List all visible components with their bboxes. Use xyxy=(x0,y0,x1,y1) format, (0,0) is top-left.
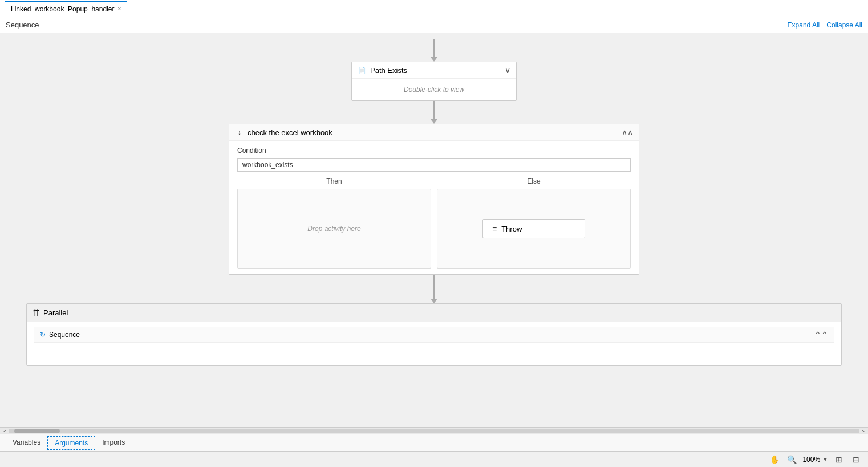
connector-arrow-3 xyxy=(431,299,437,303)
sequence-inner-header-left: ↻ Sequence xyxy=(40,331,80,339)
search-button[interactable]: 🔍 xyxy=(785,453,798,466)
sequence-inner: ↻ Sequence ⌃⌃ xyxy=(34,327,834,360)
condition-input[interactable] xyxy=(237,158,631,172)
expand-all-button[interactable]: Expand All xyxy=(788,21,820,29)
condition-label: Condition xyxy=(237,147,631,155)
imports-tab[interactable]: Imports xyxy=(95,436,132,450)
path-exists-collapse-button[interactable]: ∨ xyxy=(505,66,510,75)
flow-container: 📄 Path Exists ∨ Double-click to view xyxy=(3,33,865,377)
path-exists-label: Path Exists xyxy=(370,66,407,75)
hand-tool-button[interactable]: ✋ xyxy=(768,453,781,466)
if-node: ↕ check the excel workbook ∧∧ Condition … xyxy=(229,124,639,275)
drop-placeholder: Drop activity here xyxy=(307,225,360,233)
if-node-icon: ↕ xyxy=(235,128,244,137)
variables-label: Variables xyxy=(13,438,40,446)
zoom-dropdown-icon[interactable]: ▼ xyxy=(822,456,828,462)
else-branch-content[interactable]: ≡ Throw xyxy=(437,189,631,269)
then-branch: Then Drop activity here xyxy=(237,177,431,269)
breadcrumb: Sequence xyxy=(6,21,39,29)
sequence-collapse-button[interactable]: ⌃⌃ xyxy=(814,330,828,339)
path-exists-node[interactable]: 📄 Path Exists ∨ Double-click to view xyxy=(351,62,517,101)
path-exists-icon: 📄 xyxy=(358,66,367,75)
scroll-left-arrow[interactable]: < xyxy=(1,428,9,434)
throw-node[interactable]: ≡ Throw xyxy=(482,219,585,238)
arguments-label: Arguments xyxy=(55,439,88,447)
scroll-thumb[interactable] xyxy=(14,429,60,433)
connector-arrow-2 xyxy=(431,119,437,124)
if-node-body: Condition Then Drop activity here Else xyxy=(229,141,639,274)
else-branch: Else ≡ Throw xyxy=(437,177,631,269)
path-exists-body[interactable]: Double-click to view xyxy=(352,79,516,100)
if-node-label: check the excel workbook xyxy=(248,128,332,137)
horizontal-scrollbar[interactable]: < > xyxy=(0,427,868,434)
throw-icon: ≡ xyxy=(492,224,497,233)
arguments-tab[interactable]: Arguments xyxy=(47,436,95,450)
parallel-header: ⇈ Parallel xyxy=(27,304,841,322)
status-right: ✋ 🔍 100% ▼ ⊞ ⊟ xyxy=(768,453,862,466)
bottom-toolbar: Variables Arguments Imports xyxy=(0,434,868,451)
if-node-header: ↕ check the excel workbook ∧∧ xyxy=(229,124,639,141)
parallel-label: Parallel xyxy=(43,308,68,317)
sequence-inner-label: Sequence xyxy=(49,331,80,339)
variables-tab[interactable]: Variables xyxy=(6,436,47,450)
imports-label: Imports xyxy=(102,438,125,446)
zoom-control: 100% ▼ xyxy=(802,456,828,464)
toolbar-actions: Expand All Collapse All xyxy=(788,21,862,29)
connector-line-2 xyxy=(433,101,435,119)
scroll-right-arrow[interactable]: > xyxy=(859,428,867,434)
connector-arrow xyxy=(431,57,437,62)
branches: Then Drop activity here Else ≡ Th xyxy=(237,177,631,269)
sequence-inner-header: ↻ Sequence ⌃⌃ xyxy=(34,327,834,343)
throw-label: Throw xyxy=(501,225,522,233)
connector-2 xyxy=(431,101,437,124)
fullscreen-button[interactable]: ⊟ xyxy=(850,453,862,466)
status-left xyxy=(6,456,7,464)
path-exists-header: 📄 Path Exists ∨ xyxy=(352,62,516,79)
then-label: Then xyxy=(237,177,431,185)
if-node-collapse-button[interactable]: ∧∧ xyxy=(622,128,633,137)
connector-line-3 xyxy=(433,275,435,299)
parallel-node: ⇈ Parallel ↻ Sequence ⌃⌃ xyxy=(26,303,842,366)
sequence-inner-body xyxy=(34,343,834,360)
zoom-level: 100% xyxy=(802,456,820,464)
path-exists-body-text: Double-click to view xyxy=(404,86,464,94)
tab-close-button[interactable]: × xyxy=(117,6,121,12)
title-bar: Linked_workbook_Popup_handler × xyxy=(0,0,868,17)
path-exists-header-left: 📄 Path Exists xyxy=(358,66,407,75)
canvas-area: 📄 Path Exists ∨ Double-click to view xyxy=(0,33,868,434)
document-tab[interactable]: Linked_workbook_Popup_handler × xyxy=(5,1,127,17)
top-connector xyxy=(431,39,437,62)
sequence-inner-icon: ↻ xyxy=(40,331,46,339)
connector-3 xyxy=(431,275,437,303)
fit-to-screen-button[interactable]: ⊞ xyxy=(833,453,845,466)
status-bar: ✋ 🔍 100% ▼ ⊞ ⊟ xyxy=(0,451,868,467)
then-branch-content[interactable]: Drop activity here xyxy=(237,189,431,269)
scroll-track xyxy=(9,429,859,433)
connector-line xyxy=(433,39,435,57)
else-label: Else xyxy=(437,177,631,185)
if-node-header-left: ↕ check the excel workbook xyxy=(235,128,332,137)
parallel-icon: ⇈ xyxy=(33,307,40,318)
collapse-all-button[interactable]: Collapse All xyxy=(826,21,862,29)
tab-label: Linked_workbook_Popup_handler xyxy=(11,5,114,13)
toolbar: Sequence Expand All Collapse All xyxy=(0,17,868,33)
